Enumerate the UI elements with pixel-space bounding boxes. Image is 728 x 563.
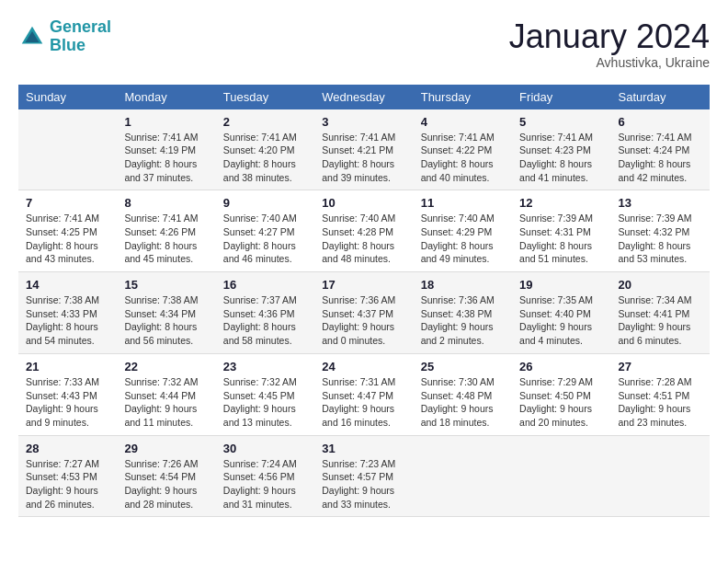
calendar-cell: 1 Sunrise: 7:41 AMSunset: 4:19 PMDayligh… xyxy=(117,109,215,190)
day-info: Sunrise: 7:26 AMSunset: 4:54 PMDaylight:… xyxy=(124,457,208,511)
day-info: Sunrise: 7:39 AMSunset: 4:31 PMDaylight:… xyxy=(519,212,603,266)
day-number: 27 xyxy=(619,360,702,373)
day-number: 26 xyxy=(519,360,603,373)
day-info: Sunrise: 7:24 AMSunset: 4:56 PMDaylight:… xyxy=(223,457,307,511)
calendar-cell: 12 Sunrise: 7:39 AMSunset: 4:31 PMDaylig… xyxy=(512,190,610,272)
calendar-week-row: 28 Sunrise: 7:27 AMSunset: 4:53 PMDaylig… xyxy=(18,435,710,517)
location: Avhustivka, Ukraine xyxy=(509,55,710,70)
calendar-header-row: SundayMondayTuesdayWednesdayThursdayFrid… xyxy=(18,85,710,109)
day-info: Sunrise: 7:36 AMSunset: 4:37 PMDaylight:… xyxy=(322,293,405,348)
calendar-week-row: 7 Sunrise: 7:41 AMSunset: 4:25 PMDayligh… xyxy=(18,190,710,272)
header-tuesday: Tuesday xyxy=(216,85,314,109)
calendar-cell: 30 Sunrise: 7:24 AMSunset: 4:56 PMDaylig… xyxy=(216,435,314,517)
day-info: Sunrise: 7:40 AMSunset: 4:29 PMDaylight:… xyxy=(421,212,505,266)
day-info: Sunrise: 7:36 AMSunset: 4:38 PMDaylight:… xyxy=(421,293,505,348)
day-number: 5 xyxy=(519,115,603,129)
day-info: Sunrise: 7:41 AMSunset: 4:21 PMDaylight:… xyxy=(322,131,405,185)
day-number: 21 xyxy=(26,360,109,373)
day-number: 2 xyxy=(223,115,307,129)
day-info: Sunrise: 7:38 AMSunset: 4:34 PMDaylight:… xyxy=(124,293,208,348)
day-number: 8 xyxy=(124,196,208,210)
day-info: Sunrise: 7:41 AMSunset: 4:24 PMDaylight:… xyxy=(619,131,702,185)
day-info: Sunrise: 7:29 AMSunset: 4:50 PMDaylight:… xyxy=(519,375,603,430)
page-header: General Blue January 2024 Avhustivka, Uk… xyxy=(18,18,710,70)
day-info: Sunrise: 7:32 AMSunset: 4:45 PMDaylight:… xyxy=(223,375,307,430)
day-number: 12 xyxy=(519,196,603,210)
calendar-cell: 18 Sunrise: 7:36 AMSunset: 4:38 PMDaylig… xyxy=(414,272,512,354)
day-number: 11 xyxy=(421,196,505,210)
calendar-cell: 11 Sunrise: 7:40 AMSunset: 4:29 PMDaylig… xyxy=(414,190,512,272)
day-number: 18 xyxy=(421,278,505,292)
day-number: 4 xyxy=(421,115,505,129)
day-info: Sunrise: 7:27 AMSunset: 4:53 PMDaylight:… xyxy=(26,457,109,511)
calendar-cell: 7 Sunrise: 7:41 AMSunset: 4:25 PMDayligh… xyxy=(18,190,117,272)
calendar-cell xyxy=(611,435,710,517)
calendar-cell: 16 Sunrise: 7:37 AMSunset: 4:36 PMDaylig… xyxy=(216,272,314,354)
calendar-cell: 17 Sunrise: 7:36 AMSunset: 4:37 PMDaylig… xyxy=(314,272,413,354)
day-number: 29 xyxy=(124,442,208,455)
calendar-cell xyxy=(18,109,117,190)
day-info: Sunrise: 7:41 AMSunset: 4:26 PMDaylight:… xyxy=(124,212,208,266)
day-info: Sunrise: 7:38 AMSunset: 4:33 PMDaylight:… xyxy=(26,293,109,348)
day-info: Sunrise: 7:37 AMSunset: 4:36 PMDaylight:… xyxy=(223,293,307,348)
day-number: 23 xyxy=(223,360,307,373)
day-number: 28 xyxy=(26,442,109,455)
day-info: Sunrise: 7:40 AMSunset: 4:27 PMDaylight:… xyxy=(223,212,307,266)
calendar-cell: 9 Sunrise: 7:40 AMSunset: 4:27 PMDayligh… xyxy=(216,190,314,272)
header-monday: Monday xyxy=(117,85,215,109)
day-info: Sunrise: 7:33 AMSunset: 4:43 PMDaylight:… xyxy=(26,375,109,430)
day-info: Sunrise: 7:41 AMSunset: 4:22 PMDaylight:… xyxy=(421,131,505,185)
calendar-cell: 23 Sunrise: 7:32 AMSunset: 4:45 PMDaylig… xyxy=(216,353,314,435)
day-number: 1 xyxy=(124,115,208,129)
day-number: 22 xyxy=(124,360,208,373)
day-number: 10 xyxy=(322,196,405,210)
calendar-cell: 14 Sunrise: 7:38 AMSunset: 4:33 PMDaylig… xyxy=(18,272,117,354)
day-info: Sunrise: 7:41 AMSunset: 4:25 PMDaylight:… xyxy=(26,212,109,266)
header-thursday: Thursday xyxy=(414,85,512,109)
calendar-cell: 4 Sunrise: 7:41 AMSunset: 4:22 PMDayligh… xyxy=(414,109,512,190)
calendar-cell: 27 Sunrise: 7:28 AMSunset: 4:51 PMDaylig… xyxy=(611,353,710,435)
calendar-cell: 2 Sunrise: 7:41 AMSunset: 4:20 PMDayligh… xyxy=(216,109,314,190)
day-info: Sunrise: 7:32 AMSunset: 4:44 PMDaylight:… xyxy=(124,375,208,430)
day-number: 14 xyxy=(26,278,109,292)
day-info: Sunrise: 7:28 AMSunset: 4:51 PMDaylight:… xyxy=(619,375,702,430)
calendar-week-row: 14 Sunrise: 7:38 AMSunset: 4:33 PMDaylig… xyxy=(18,272,710,354)
logo: General Blue xyxy=(18,18,111,55)
calendar-cell xyxy=(414,435,512,517)
calendar-cell: 5 Sunrise: 7:41 AMSunset: 4:23 PMDayligh… xyxy=(512,109,610,190)
day-info: Sunrise: 7:41 AMSunset: 4:20 PMDaylight:… xyxy=(223,131,307,185)
day-info: Sunrise: 7:39 AMSunset: 4:32 PMDaylight:… xyxy=(619,212,702,266)
calendar-cell: 21 Sunrise: 7:33 AMSunset: 4:43 PMDaylig… xyxy=(18,353,117,435)
header-friday: Friday xyxy=(512,85,610,109)
day-number: 16 xyxy=(223,278,307,292)
calendar-cell: 13 Sunrise: 7:39 AMSunset: 4:32 PMDaylig… xyxy=(611,190,710,272)
calendar-cell: 29 Sunrise: 7:26 AMSunset: 4:54 PMDaylig… xyxy=(117,435,215,517)
calendar-week-row: 1 Sunrise: 7:41 AMSunset: 4:19 PMDayligh… xyxy=(18,109,710,190)
calendar-cell: 26 Sunrise: 7:29 AMSunset: 4:50 PMDaylig… xyxy=(512,353,610,435)
logo-text: General Blue xyxy=(50,18,111,55)
calendar-cell: 8 Sunrise: 7:41 AMSunset: 4:26 PMDayligh… xyxy=(117,190,215,272)
calendar-cell: 22 Sunrise: 7:32 AMSunset: 4:44 PMDaylig… xyxy=(117,353,215,435)
calendar-cell xyxy=(512,435,610,517)
day-number: 24 xyxy=(322,360,405,373)
day-info: Sunrise: 7:41 AMSunset: 4:19 PMDaylight:… xyxy=(124,131,208,185)
day-number: 15 xyxy=(124,278,208,292)
header-wednesday: Wednesday xyxy=(314,85,413,109)
day-number: 6 xyxy=(619,115,702,129)
day-info: Sunrise: 7:30 AMSunset: 4:48 PMDaylight:… xyxy=(421,375,505,430)
day-number: 3 xyxy=(322,115,405,129)
calendar-cell: 20 Sunrise: 7:34 AMSunset: 4:41 PMDaylig… xyxy=(611,272,710,354)
day-info: Sunrise: 7:31 AMSunset: 4:47 PMDaylight:… xyxy=(322,375,405,430)
header-sunday: Sunday xyxy=(18,85,117,109)
calendar-cell: 19 Sunrise: 7:35 AMSunset: 4:40 PMDaylig… xyxy=(512,272,610,354)
day-number: 25 xyxy=(421,360,505,373)
day-number: 30 xyxy=(223,442,307,455)
day-info: Sunrise: 7:41 AMSunset: 4:23 PMDaylight:… xyxy=(519,131,603,185)
day-number: 31 xyxy=(322,442,405,455)
day-number: 19 xyxy=(519,278,603,292)
calendar-cell: 6 Sunrise: 7:41 AMSunset: 4:24 PMDayligh… xyxy=(611,109,710,190)
calendar-cell: 31 Sunrise: 7:23 AMSunset: 4:57 PMDaylig… xyxy=(314,435,413,517)
month-year: January 2024 xyxy=(509,18,710,55)
header-saturday: Saturday xyxy=(611,85,710,109)
calendar-table: SundayMondayTuesdayWednesdayThursdayFrid… xyxy=(18,85,710,518)
